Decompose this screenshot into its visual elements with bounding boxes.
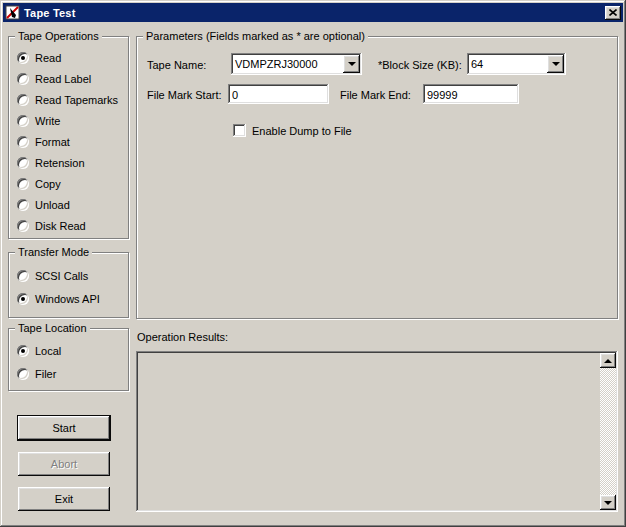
titlebar[interactable]: Tape Test [3,3,623,22]
radio-unload[interactable]: Unload [17,199,126,211]
radio-disk-read[interactable]: Disk Read [17,220,126,232]
operation-results-content [139,354,597,509]
transfer-mode-title: Transfer Mode [15,246,92,258]
parameters-title: Parameters (Fields marked as * are optio… [143,30,368,42]
checkbox-icon[interactable] [233,124,246,137]
vertical-scrollbar[interactable] [600,353,616,510]
window-title: Tape Test [24,7,605,19]
radio-icon [17,345,29,357]
radio-icon [17,270,29,282]
radio-format[interactable]: Format [17,136,126,148]
radio-write[interactable]: Write [17,115,126,127]
radio-read[interactable]: Read [17,52,126,64]
scroll-up-button[interactable] [600,353,616,368]
radio-icon [17,293,29,305]
tape-test-window: Tape Test Tape Operations Read Read Labe… [0,0,626,527]
close-icon [609,9,617,16]
chevron-down-icon [348,62,356,66]
tape-name-value: VDMPZRJ30000 [235,58,318,70]
radio-icon [17,368,29,380]
radio-copy[interactable]: Copy [17,178,126,190]
radio-icon [17,94,29,106]
file-mark-end-label: File Mark End: [340,89,411,101]
operation-results-listbox[interactable] [136,351,618,512]
block-size-label: *Block Size (KB): [378,59,462,71]
enable-dump-label: Enable Dump to File [252,125,352,137]
radio-read-tapemarks[interactable]: Read Tapemarks [17,94,126,106]
tape-location-title: Tape Location [15,322,90,334]
radio-scsi-calls[interactable]: SCSI Calls [17,270,126,282]
parameters-group: Parameters (Fields marked as * are optio… [136,36,618,319]
file-mark-start-label: File Mark Start: [147,89,222,101]
exit-button[interactable]: Exit [18,487,110,511]
triangle-up-icon [604,359,612,363]
tape-name-dropdown-button[interactable] [343,55,360,73]
close-button[interactable] [605,6,621,20]
start-button[interactable]: Start [18,416,110,440]
tape-location-group: Tape Location Local Filer [8,328,129,391]
radio-windows-api[interactable]: Windows API [17,293,126,305]
abort-button: Abort [18,452,110,476]
scroll-down-button[interactable] [600,495,616,510]
radio-filer[interactable]: Filer [17,368,126,380]
file-mark-end-input[interactable] [423,84,519,104]
tape-operations-group: Tape Operations Read Read Label Read Tap… [8,36,129,239]
radio-icon [17,178,29,190]
triangle-down-icon [604,501,612,505]
app-icon-image [5,5,21,21]
radio-icon [17,136,29,148]
transfer-mode-group: Transfer Mode SCSI Calls Windows API [8,252,129,318]
radio-icon [17,220,29,232]
file-mark-start-input[interactable] [228,84,329,104]
radio-icon [17,115,29,127]
tape-name-combobox[interactable]: VDMPZRJ30000 [231,53,362,75]
chevron-down-icon [552,62,560,66]
radio-icon [17,157,29,169]
enable-dump-checkbox-row[interactable]: Enable Dump to File [233,124,352,137]
block-size-combobox[interactable]: 64 [467,53,566,75]
tape-operations-title: Tape Operations [15,30,102,42]
tape-name-label: Tape Name: [147,59,206,71]
radio-icon [17,73,29,85]
app-icon[interactable] [5,5,21,21]
block-size-value: 64 [471,58,483,70]
radio-read-label[interactable]: Read Label [17,73,126,85]
operation-results-label: Operation Results: [137,331,228,343]
radio-icon [17,52,29,64]
block-size-dropdown-button[interactable] [547,55,564,73]
radio-local[interactable]: Local [17,345,126,357]
radio-icon [17,199,29,211]
radio-retension[interactable]: Retension [17,157,126,169]
